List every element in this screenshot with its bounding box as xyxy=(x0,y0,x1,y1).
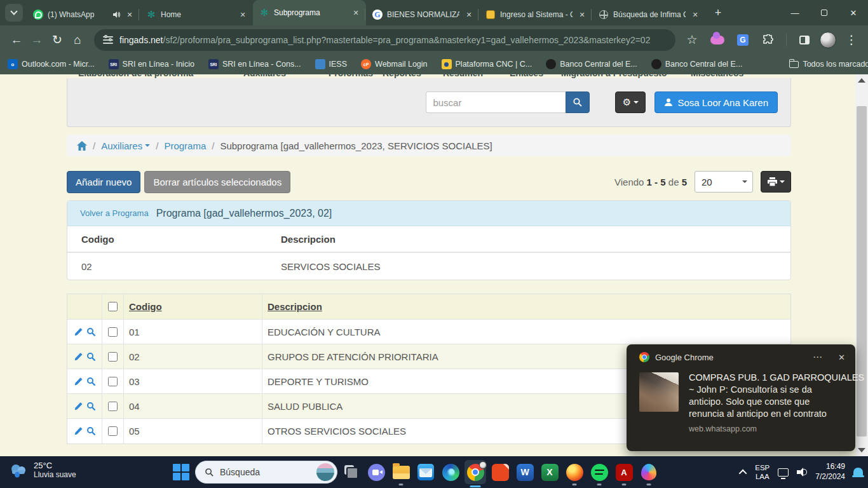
scroll-up-arrow[interactable] xyxy=(858,78,865,83)
tab-busqueda[interactable]: Búsqueda de Infima C ✕ xyxy=(592,4,705,25)
all-bookmarks-button[interactable]: Todos los marcadores xyxy=(789,60,868,69)
breadcrumb-home-link[interactable] xyxy=(77,141,87,151)
breadcrumb-auxiliares[interactable]: Auxiliares xyxy=(101,140,150,151)
view-icon[interactable] xyxy=(86,426,96,436)
tab-audio-icon[interactable] xyxy=(112,11,120,18)
clock[interactable]: 16:49 7/2/2024 xyxy=(815,462,845,482)
restore-button[interactable] xyxy=(810,0,839,25)
volume-icon[interactable] xyxy=(797,468,807,477)
url-text[interactable]: fingads.net/sf2/proforma/pra_subprograma… xyxy=(119,35,650,45)
tab-ingreso[interactable]: Ingreso al Sistema - C ✕ xyxy=(479,4,592,25)
row-select-checkbox[interactable] xyxy=(108,352,118,362)
view-icon[interactable] xyxy=(86,377,96,386)
reload-button[interactable]: ↻ xyxy=(47,30,67,50)
edit-icon[interactable] xyxy=(74,377,83,386)
view-icon[interactable] xyxy=(86,352,96,362)
close-icon[interactable]: ✕ xyxy=(577,10,587,20)
edit-icon[interactable] xyxy=(74,352,83,362)
excel-button[interactable]: X xyxy=(539,458,560,487)
breadcrumb-programa[interactable]: Programa xyxy=(164,140,206,151)
new-tab-button[interactable]: + xyxy=(709,4,727,22)
view-icon[interactable] xyxy=(86,402,96,411)
settings-dropdown-button[interactable]: ⚙ xyxy=(615,92,646,113)
word-button[interactable]: W xyxy=(514,458,536,487)
chrome-button-active[interactable] xyxy=(465,460,486,484)
back-to-programa-link[interactable]: Volver a Programa xyxy=(80,208,149,218)
taskbar-search[interactable]: Búsqueda xyxy=(195,461,337,484)
close-icon[interactable]: ✕ xyxy=(464,10,474,20)
file-explorer-button[interactable] xyxy=(390,458,412,487)
edge-button[interactable] xyxy=(440,458,461,487)
network-icon[interactable] xyxy=(778,468,789,477)
bookmark-cnc[interactable]: Plataforma CNC | C... xyxy=(442,59,532,69)
edit-icon[interactable] xyxy=(74,402,83,411)
more-options-icon[interactable]: ⋯ xyxy=(813,351,822,363)
browser-menu-icon[interactable]: ⋮ xyxy=(841,30,862,50)
acrobat-button[interactable]: A xyxy=(613,458,635,487)
page-scrollbar[interactable] xyxy=(855,74,868,456)
bookmark-sri-inicio[interactable]: SRISRI en Línea - Inicio xyxy=(109,59,194,69)
edit-icon[interactable] xyxy=(74,327,83,337)
close-icon[interactable]: ✕ xyxy=(351,8,361,18)
close-icon[interactable]: ✕ xyxy=(238,10,248,20)
tab-search-button[interactable] xyxy=(5,4,23,22)
hidden-icons-chevron[interactable] xyxy=(739,469,747,477)
site-info-icon[interactable] xyxy=(103,36,113,44)
bookmark-outlook[interactable]: oOutlook.com - Micr... xyxy=(8,59,95,69)
firefox-button[interactable] xyxy=(564,458,585,487)
mail-button[interactable] xyxy=(415,458,437,487)
search-button[interactable] xyxy=(566,92,590,113)
descripcion-column-header[interactable]: Descripcion xyxy=(262,294,790,319)
notification-bell-icon[interactable] xyxy=(853,468,863,477)
spotify-button[interactable] xyxy=(588,458,610,487)
add-new-button[interactable]: Añadir nuevo xyxy=(67,171,140,193)
paint-app-button[interactable] xyxy=(638,458,660,487)
bookmark-star-icon[interactable]: ☆ xyxy=(682,30,702,50)
row-select-checkbox[interactable] xyxy=(108,377,118,386)
scrollbar-thumb[interactable] xyxy=(857,106,867,437)
tab-whatsapp[interactable]: (1) WhatsApp ✕ xyxy=(27,4,140,25)
extension-cloud-icon[interactable] xyxy=(707,30,728,50)
forward-button[interactable]: → xyxy=(27,30,47,50)
bookmark-iess[interactable]: IESS xyxy=(315,59,348,69)
close-icon[interactable]: ✕ xyxy=(125,10,135,20)
close-icon[interactable]: ✕ xyxy=(838,353,845,362)
edit-icon[interactable] xyxy=(74,426,83,436)
bookmark-sri-consultas[interactable]: SRISRI en Línea - Cons... xyxy=(208,59,301,69)
page-size-select[interactable]: 20 xyxy=(695,171,753,193)
chrome-notification[interactable]: Google Chrome ⋯ ✕ COMPRAS PUB. 1 GAD PAR… xyxy=(627,344,855,451)
nitro-pdf-button[interactable] xyxy=(489,458,511,487)
minimize-button[interactable]: — xyxy=(780,0,810,25)
profile-avatar[interactable] xyxy=(820,32,836,48)
bookmark-bce-2[interactable]: Banco Central del E... xyxy=(651,59,743,69)
address-bar[interactable]: fingads.net/sf2/proforma/pra_subprograma… xyxy=(94,29,675,51)
side-panel-icon[interactable] xyxy=(794,30,815,50)
codigo-column-header[interactable]: Codigo xyxy=(124,294,262,319)
row-select-checkbox[interactable] xyxy=(108,327,118,337)
user-button[interactable]: Sosa Loor Ana Karen xyxy=(654,92,778,113)
close-icon[interactable]: ✕ xyxy=(690,10,700,20)
home-button[interactable]: ⌂ xyxy=(67,30,88,50)
print-dropdown-button[interactable] xyxy=(761,171,791,193)
search-highlight-image[interactable] xyxy=(316,463,334,481)
bookmark-webmail[interactable]: cPWebmail Login xyxy=(361,59,427,69)
search-input[interactable] xyxy=(426,92,566,113)
weather-widget[interactable]: 25°C Lluvia suave xyxy=(9,461,76,479)
extensions-puzzle-icon[interactable] xyxy=(758,30,778,50)
tab-bienes[interactable]: G BIENES NORMALIZAD ✕ xyxy=(366,4,479,25)
task-view-button[interactable] xyxy=(341,458,362,487)
select-all-checkbox[interactable] xyxy=(108,302,118,311)
row-select-checkbox[interactable] xyxy=(108,402,118,411)
teams-button[interactable] xyxy=(365,458,387,487)
scroll-down-arrow[interactable] xyxy=(858,448,865,452)
delete-selected-button[interactable]: Borrar artículos seleccionados xyxy=(144,171,290,193)
view-icon[interactable] xyxy=(86,327,96,337)
close-window-button[interactable]: ✕ xyxy=(839,0,868,25)
start-button[interactable] xyxy=(170,458,192,487)
row-select-checkbox[interactable] xyxy=(108,426,118,436)
tab-subprograma-active[interactable]: ✻ Subprograma ✕ xyxy=(253,0,366,25)
back-button[interactable]: ← xyxy=(6,30,27,50)
translate-icon[interactable]: G xyxy=(733,30,753,50)
bookmark-bce-1[interactable]: Banco Central del E... xyxy=(546,59,637,69)
language-indicator[interactable]: ESP LAA xyxy=(755,463,770,482)
